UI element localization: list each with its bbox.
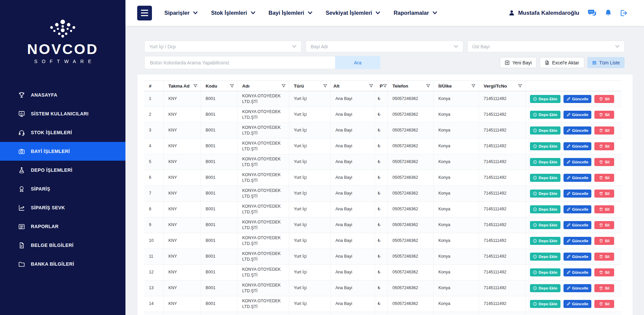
guncelle-button[interactable]: Güncelle: [564, 174, 592, 182]
sil-button[interactable]: Sil: [594, 237, 614, 245]
sil-button[interactable]: Sil: [594, 158, 614, 166]
topnav-item[interactable]: Bayi İşlemleri: [269, 10, 312, 16]
column-filter-icon[interactable]: [281, 84, 286, 88]
pencil-icon: [567, 239, 571, 243]
guncelle-button[interactable]: Güncelle: [564, 190, 592, 198]
depo-ekle-button[interactable]: Depo Ekle: [530, 158, 560, 166]
guncelle-button[interactable]: Güncelle: [564, 284, 592, 292]
main-area: Siparişler Stok İşlemleri Bayi İşlemleri: [125, 0, 644, 315]
guncelle-button[interactable]: Güncelle: [564, 205, 592, 213]
messages-icon[interactable]: [588, 9, 596, 16]
guncelle-button[interactable]: Güncelle: [564, 253, 592, 261]
depo-ekle-button[interactable]: Depo Ekle: [530, 111, 560, 119]
chevron-down-icon: [454, 45, 458, 48]
guncelle-button[interactable]: Güncelle: [564, 237, 592, 245]
guncelle-button[interactable]: Güncelle: [564, 221, 592, 229]
topnav-item-label: Siparişler: [164, 10, 190, 16]
cell-turu: Yurt İçi: [289, 280, 331, 296]
column-filter-icon[interactable]: [383, 84, 387, 88]
notifications-icon[interactable]: [605, 9, 611, 17]
column-filter-icon[interactable]: [369, 84, 373, 88]
sil-button[interactable]: Sil: [594, 126, 614, 135]
search-button[interactable]: Ara: [335, 56, 380, 69]
app-root: NOVCOD SOFTWARE ANASAYFA SİSTEM KULLANIC…: [0, 0, 644, 315]
depo-ekle-button[interactable]: Depo Ekle: [530, 221, 560, 229]
sidebar-item-label: SİPARİŞ SEVK: [31, 205, 65, 210]
sidebar-item[interactable]: SİSTEM KULLANICILARI: [0, 104, 125, 123]
guncelle-button[interactable]: Güncelle: [564, 126, 592, 135]
sidebar-item[interactable]: SİPARİŞ SEVK: [0, 198, 125, 217]
column-filter-icon[interactable]: [193, 84, 198, 88]
cell-adi: KONYA OTOYEDEK LTD.ŞTİ: [237, 170, 289, 186]
guncelle-button[interactable]: Güncelle: [564, 268, 592, 276]
sidebar-item[interactable]: STOK İŞLEMLERİ: [0, 123, 125, 142]
column-filter-icon[interactable]: [230, 84, 234, 88]
sidebar-item[interactable]: DEPO İŞLEMLERİ: [0, 161, 125, 179]
sil-button[interactable]: Sil: [594, 300, 614, 308]
search-input[interactable]: [144, 56, 335, 69]
column-header: Alt: [331, 81, 375, 91]
sidebar-item[interactable]: BANKA BİLGİLERİ: [0, 255, 125, 273]
search-group: Ara: [144, 56, 380, 69]
column-header: Türü: [289, 81, 331, 91]
column-filter-icon[interactable]: [323, 84, 327, 88]
info-icon: [533, 223, 537, 227]
trash-icon: [599, 128, 603, 133]
sil-button[interactable]: Sil: [594, 174, 614, 182]
topnav-item[interactable]: Raporlamalar: [393, 10, 437, 16]
depo-ekle-button[interactable]: Depo Ekle: [530, 174, 560, 182]
column-filter-icon[interactable]: [518, 84, 522, 88]
sidebar-item[interactable]: RAPORLAR: [0, 217, 125, 236]
depo-ekle-button[interactable]: Depo Ekle: [530, 95, 560, 103]
logout-icon[interactable]: [620, 10, 628, 16]
topnav-item[interactable]: Stok İşlemleri: [211, 10, 255, 16]
topnav-item[interactable]: Siparişler: [164, 10, 198, 16]
depo-ekle-button[interactable]: Depo Ekle: [530, 253, 560, 261]
sil-button[interactable]: Sil: [594, 190, 614, 198]
sil-button[interactable]: Sil: [594, 205, 614, 213]
depo-ekle-button[interactable]: Depo Ekle: [530, 205, 560, 213]
cell-vergi-tcno: 7145111492: [479, 296, 526, 312]
guncelle-button[interactable]: Güncelle: [564, 95, 592, 103]
sidebar-item[interactable]: ANASAYFA: [0, 86, 125, 104]
chevron-down-icon: [193, 11, 198, 14]
guncelle-button[interactable]: Güncelle: [564, 142, 592, 150]
depo-ekle-button[interactable]: Depo Ekle: [530, 142, 560, 150]
cell-actions: Depo Ekle Güncelle Sil: [526, 91, 622, 107]
sidebar-item[interactable]: BAYİ İŞLEMLERİ: [0, 142, 125, 161]
export-excel-button[interactable]: Excel'e Aktar: [540, 57, 584, 68]
sil-button[interactable]: Sil: [594, 95, 614, 103]
cell-takma-ad: KNY: [164, 280, 201, 296]
cell-telefon: 05057246362: [388, 296, 434, 312]
menu-toggle-button[interactable]: [137, 6, 152, 20]
guncelle-button[interactable]: Güncelle: [564, 158, 592, 166]
sil-button[interactable]: Sil: [594, 142, 614, 150]
sidebar-item[interactable]: BELGE BİLGİLERİ: [0, 236, 125, 255]
cell-adi: KONYA OTOYEDEK LTD.ŞTİ: [237, 91, 289, 107]
full-list-button[interactable]: Tüm Liste: [587, 57, 625, 68]
sidebar-item[interactable]: SİPARİŞ: [0, 179, 125, 198]
sil-button[interactable]: Sil: [594, 284, 614, 292]
sil-button[interactable]: Sil: [594, 111, 614, 119]
new-dealer-button[interactable]: Yeni Bayi: [500, 57, 537, 68]
dealer-name-select[interactable]: Bayi Adı: [306, 41, 463, 52]
depo-ekle-button[interactable]: Depo Ekle: [530, 237, 560, 245]
parent-dealer-select[interactable]: Üst Bayi: [467, 41, 625, 52]
column-filter-icon[interactable]: [426, 84, 430, 88]
depo-ekle-button[interactable]: Depo Ekle: [530, 190, 560, 198]
sil-button[interactable]: Sil: [594, 253, 614, 261]
country-type-select[interactable]: Yurt İçi / Dışı: [144, 41, 302, 52]
depo-ekle-button[interactable]: Depo Ekle: [530, 284, 560, 292]
user-menu[interactable]: Mustafa Kalemdaroğlu: [508, 10, 579, 16]
topnav-item[interactable]: Sevkiyat İşlemleri: [326, 10, 380, 16]
depo-ekle-button[interactable]: Depo Ekle: [530, 126, 560, 135]
depo-ekle-button[interactable]: Depo Ekle: [530, 268, 560, 276]
cell-telefon: 05057246362: [388, 123, 434, 138]
guncelle-button[interactable]: Güncelle: [564, 111, 592, 119]
sil-button[interactable]: Sil: [594, 221, 614, 229]
sil-button[interactable]: Sil: [594, 268, 614, 276]
guncelle-button[interactable]: Güncelle: [564, 300, 592, 308]
column-filter-icon[interactable]: [471, 84, 476, 88]
depo-ekle-button[interactable]: Depo Ekle: [530, 300, 560, 308]
cell-takma-ad: KNY: [164, 202, 201, 217]
